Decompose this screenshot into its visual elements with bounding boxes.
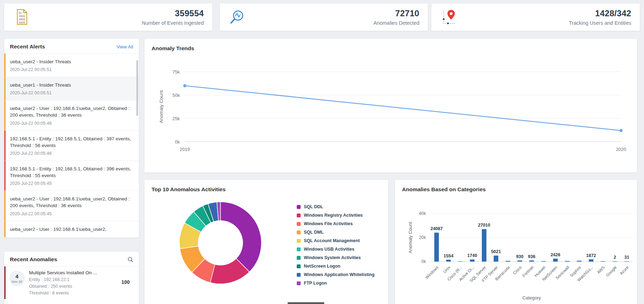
page-hscrollbar-thumb[interactable] <box>288 302 324 304</box>
anomaly-trends-chart[interactable]: 0k25k50k75k20192020Anomaly Count <box>144 39 637 173</box>
categories-panel: Anomalies Based on Categories 0k20k40k24… <box>395 180 637 304</box>
legend-item[interactable]: SQL DML <box>297 228 374 236</box>
legend-item[interactable]: Windows File Activities <box>297 220 374 228</box>
legend-label: Windows System Activities <box>304 255 361 260</box>
events-ingested-label: Number of Events Ingested <box>142 20 204 26</box>
search-icon[interactable] <box>128 257 133 262</box>
alert-title: ueba_user2 - User : 192.168.6.1\ueba_use… <box>10 195 133 209</box>
svg-text:20k: 20k <box>419 235 426 240</box>
recent-anomalies-panel: Recent Anomalies 4Nov 20Multiple Service… <box>4 252 139 304</box>
svg-text:936: 936 <box>528 254 536 259</box>
anomaly-obtained: Obtained : 250 events <box>29 284 134 289</box>
legend-item[interactable]: Windows USB Activities <box>297 245 374 253</box>
alert-item[interactable]: 192.168.5.1 - Entity : 192.168.5.1, Obta… <box>4 160 139 191</box>
alert-timestamp: 2020-Jul-22 00:05:51 <box>10 90 133 95</box>
legend-item[interactable]: NetScreen Logon <box>297 262 374 270</box>
alert-item[interactable]: ueba_user2 - User : 192.168.6.1\ueba_use… <box>4 191 139 221</box>
alert-item[interactable]: ueba_user1 - Insider Threats2020-Jul-22 … <box>4 77 139 100</box>
alert-timestamp: 2020-Jul-22 00:05:46 <box>10 121 133 126</box>
svg-text:Azure: Azure <box>619 265 630 276</box>
legend-swatch <box>297 273 301 277</box>
alert-title: 192.168.5.1 - Entity : 192.168.5.1, Obta… <box>10 135 133 149</box>
legend-swatch <box>297 230 301 234</box>
anomaly-score: 100 <box>122 279 130 285</box>
anomalies-detected-value: 72710 <box>373 8 419 18</box>
legend-label: Windows USB Activities <box>304 247 354 252</box>
anomaly-threshold: Threshold : 6 events <box>29 291 134 296</box>
alert-item[interactable]: ueba_user2 - User : 192.168.6.1\ueba_use… <box>4 221 139 237</box>
legend-swatch <box>297 247 301 251</box>
categories-chart[interactable]: 0k20k40k24087Windows1554UnixCisco (R...1… <box>395 180 637 304</box>
svg-text:2: 2 <box>614 255 616 260</box>
svg-text:10111: 10111 <box>19 15 25 17</box>
stat-card-anomalies-detected: 72710 Anomalies Detected <box>220 4 428 31</box>
svg-text:50k: 50k <box>172 93 180 98</box>
svg-text:930: 930 <box>516 254 524 259</box>
legend-swatch <box>297 205 301 209</box>
svg-text:25k: 25k <box>172 116 180 121</box>
top-activities-legend: SQL DDLWindows Registry ActivitiesWindow… <box>297 203 374 287</box>
legend-label: SQL DML <box>304 230 324 235</box>
svg-text:Cisco: Cisco <box>512 265 522 275</box>
svg-text:75k: 75k <box>172 69 180 75</box>
legend-item[interactable]: SQL DDL <box>297 203 374 211</box>
recent-alerts-list: ueba_user2 - Insider Threats2020-Jul-22 … <box>4 53 139 237</box>
svg-text:31: 31 <box>624 255 629 260</box>
anomaly-date-badge: 4Nov 20 <box>9 271 25 286</box>
svg-text:Category: Category <box>522 295 541 300</box>
stat-card-events-ingested: 01 10111 10011 11101 359554 Number of Ev… <box>4 4 212 31</box>
anomaly-day: 4 <box>16 274 18 280</box>
svg-text:0k: 0k <box>421 259 426 264</box>
svg-text:5021: 5021 <box>491 249 501 254</box>
recent-anomalies-title: Recent Anomalies <box>10 256 57 263</box>
tracking-pin-icon <box>440 8 457 27</box>
alerts-scrollbar-thumb[interactable] <box>136 60 138 116</box>
recent-alerts-panel: Recent Alerts View All ueba_user2 - Insi… <box>4 39 139 238</box>
anomaly-month: Nov 20 <box>12 280 22 283</box>
svg-text:2426: 2426 <box>550 252 560 257</box>
legend-swatch <box>297 264 301 268</box>
legend-item[interactable]: SQL Account Management <box>297 236 374 245</box>
legend-item[interactable]: FTP Logon <box>297 279 374 287</box>
recent-alerts-title: Recent Alerts <box>10 43 45 50</box>
tracking-users-label: Tracking Users and Entities <box>569 20 631 26</box>
anomalies-detected-label: Anomalies Detected <box>373 20 419 26</box>
anomaly-trends-panel: Anomaly Trends 0k25k50k75k20192020Anomal… <box>144 39 637 173</box>
events-ingested-value: 359554 <box>142 8 204 18</box>
svg-text:27010: 27010 <box>478 223 490 228</box>
svg-text:40k: 40k <box>419 211 426 216</box>
legend-swatch <box>297 214 301 217</box>
svg-text:0k: 0k <box>175 139 180 145</box>
svg-text:2020: 2020 <box>616 147 626 152</box>
legend-swatch <box>297 281 301 285</box>
alert-timestamp: 2020-Jul-22 00:05:51 <box>10 67 133 72</box>
legend-item[interactable]: Windows Application Whitelisting <box>297 270 374 279</box>
svg-text:01: 01 <box>19 12 22 14</box>
alert-item[interactable]: 192.168.5.1 - Entity : 192.168.5.1, Obta… <box>4 130 139 160</box>
legend-label: NetScreen Logon <box>304 264 341 269</box>
legend-label: SQL Account Management <box>304 238 360 243</box>
anomaly-title: Multiple Services Installed On ... <box>29 270 134 275</box>
anomaly-item[interactable]: 4Nov 20Multiple Services Installed On ..… <box>4 266 139 299</box>
stat-card-tracking-users: 1428/342 Tracking Users and Entities <box>431 4 640 31</box>
svg-text:10011: 10011 <box>19 18 25 21</box>
svg-text:1554: 1554 <box>444 253 454 258</box>
top-activities-panel: Top 10 Anomalous Activities SQL DDLWindo… <box>144 180 388 304</box>
legend-label: SQL DDL <box>304 204 323 209</box>
anomaly-body: Multiple Services Installed On ...Entity… <box>29 270 134 296</box>
legend-item[interactable]: Windows System Activities <box>297 253 374 262</box>
svg-text:Anomaly Count: Anomaly Count <box>159 90 164 123</box>
legend-swatch <box>297 256 301 260</box>
recent-anomalies-header: Recent Anomalies <box>4 252 139 266</box>
alert-item[interactable]: ueba_user2 - User : 192.168.6.1\ueba_use… <box>4 100 139 130</box>
svg-text:Anomaly Count: Anomaly Count <box>408 222 413 253</box>
alert-title: ueba_user1 - Insider Threats <box>10 82 133 88</box>
binary-file-icon: 01 10111 10011 11101 <box>13 8 30 27</box>
anomaly-magnifier-icon <box>228 8 246 27</box>
legend-item[interactable]: Windows Registry Activities <box>297 211 374 220</box>
alert-item[interactable]: ueba_user2 - Insider Threats2020-Jul-22 … <box>4 53 139 77</box>
view-all-link[interactable]: View All <box>117 44 133 49</box>
ueba-dashboard: 01 10111 10011 11101 359554 Number of Ev… <box>0 0 644 304</box>
legend-label: Windows File Activities <box>304 221 353 226</box>
alert-timestamp: 2020-Jul-22 00:05:45 <box>10 181 133 186</box>
